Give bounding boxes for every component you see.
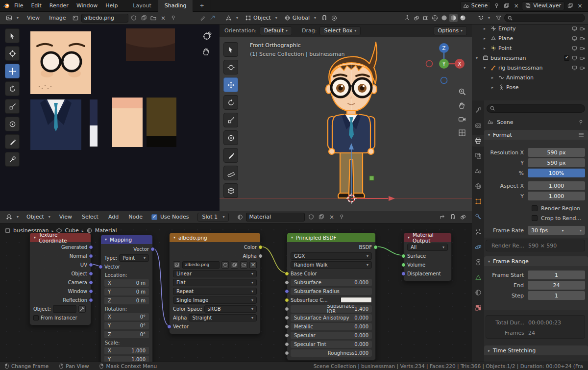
tab-texture[interactable] bbox=[472, 302, 484, 314]
tab-tool[interactable] bbox=[472, 104, 484, 116]
color-space-dropdown[interactable]: sRGB bbox=[204, 305, 257, 313]
mapping-type-row[interactable]: Type:Point bbox=[104, 254, 149, 262]
scale-tool-button[interactable] bbox=[223, 113, 238, 127]
exclude-checkbox[interactable] bbox=[564, 55, 569, 61]
outliner-row-plane[interactable]: Plane bbox=[472, 33, 588, 43]
target-dropdown[interactable]: All bbox=[407, 243, 448, 251]
fake-user-shield-icon[interactable] bbox=[130, 14, 138, 22]
rotation-z-field[interactable]: Z0° bbox=[104, 330, 149, 338]
tab-object-data[interactable] bbox=[472, 271, 484, 283]
tab-constraints[interactable] bbox=[472, 256, 484, 268]
object-picker-row[interactable]: Object: bbox=[33, 305, 87, 313]
projection-dropdown[interactable]: Flat bbox=[173, 278, 257, 286]
open-image-icon[interactable] bbox=[240, 261, 247, 269]
tab-render[interactable] bbox=[472, 120, 484, 131]
transform-orientation-dropdown[interactable]: Global bbox=[282, 14, 319, 23]
output-camera[interactable]: Camera bbox=[33, 278, 87, 286]
color-space-row[interactable]: Color SpacesRGB bbox=[173, 305, 257, 313]
menu-file[interactable]: File bbox=[10, 0, 27, 12]
unlink-image-button[interactable] bbox=[159, 14, 168, 22]
image-menu-view[interactable]: View bbox=[23, 12, 44, 24]
add-cube-tool-button[interactable] bbox=[223, 183, 238, 198]
toggle-grid-icon[interactable] bbox=[457, 127, 467, 138]
mode-dropdown[interactable]: Object bbox=[243, 14, 280, 23]
image-menu-image[interactable]: Image bbox=[45, 12, 70, 24]
tab-world[interactable] bbox=[472, 180, 484, 192]
output-bsdf[interactable]: BSDF bbox=[291, 243, 372, 251]
shader-editor-type-button[interactable] bbox=[3, 213, 22, 222]
slot-dropdown[interactable]: Slot 1 bbox=[197, 213, 229, 222]
eyedropper-icon[interactable] bbox=[78, 305, 86, 313]
gizmo-z-ball[interactable]: Z bbox=[442, 46, 446, 51]
gizmo-neg-x-ball[interactable] bbox=[426, 61, 433, 67]
disclosure-icon[interactable] bbox=[491, 85, 496, 90]
use-nodes-checkbox[interactable] bbox=[151, 214, 157, 220]
zoom-icon[interactable] bbox=[457, 86, 467, 97]
tab-scene[interactable] bbox=[472, 165, 484, 177]
node-header[interactable]: Mapping bbox=[101, 235, 152, 244]
transform-tool-button[interactable] bbox=[5, 117, 20, 131]
input-volume[interactable]: Volume bbox=[407, 261, 448, 269]
unlink-image-button[interactable] bbox=[249, 261, 257, 269]
pin-id-icon[interactable] bbox=[577, 118, 585, 126]
outliner-row-point[interactable]: Point bbox=[472, 43, 588, 53]
camera-icon[interactable] bbox=[580, 26, 585, 31]
screen-icon[interactable] bbox=[572, 46, 577, 51]
gizmo-y-ball[interactable]: Y bbox=[442, 61, 446, 67]
screen-icon[interactable] bbox=[572, 36, 577, 41]
screen-icon[interactable] bbox=[572, 65, 577, 71]
tweak-tool-button[interactable] bbox=[5, 28, 20, 43]
material-fake-user-icon[interactable] bbox=[307, 213, 315, 221]
shader-menu-node[interactable]: Node bbox=[124, 211, 147, 223]
outliner[interactable]: Collection Empty Plane Point businessman bbox=[472, 12, 588, 100]
remove-viewlayer-button[interactable] bbox=[576, 1, 584, 10]
pin-scene-icon[interactable] bbox=[492, 1, 501, 10]
input-vector[interactable]: Vector bbox=[173, 322, 257, 330]
open-image-folder-icon[interactable] bbox=[149, 14, 158, 22]
screen-icon[interactable] bbox=[572, 55, 577, 61]
gizmo-y-handle[interactable] bbox=[369, 176, 374, 180]
node-principled-bsdf[interactable]: Principled BSDF BSDF GGX Random Walk Bas… bbox=[287, 232, 376, 361]
copy-material-icon[interactable] bbox=[317, 213, 325, 221]
distribution-dropdown[interactable]: GGX bbox=[291, 252, 372, 260]
select-box-tool-button[interactable] bbox=[223, 42, 238, 57]
image-editor-canvas[interactable] bbox=[0, 25, 220, 211]
pan-hand-icon[interactable] bbox=[457, 100, 467, 111]
time-stretching-panel-header[interactable]: Time Stretching bbox=[484, 345, 588, 355]
camera-icon[interactable] bbox=[580, 46, 585, 51]
show-gizmo-icon[interactable] bbox=[403, 14, 411, 22]
add-workspace-button[interactable]: + bbox=[193, 0, 211, 12]
frame-range-panel-header[interactable]: Frame Range bbox=[484, 256, 588, 266]
transform-tool-button[interactable] bbox=[223, 130, 238, 145]
input-vector[interactable]: Vector bbox=[104, 263, 149, 271]
input-subsurface-radius[interactable]: Subsurface Radius bbox=[291, 287, 372, 295]
material-datablock-field[interactable]: Material bbox=[246, 213, 305, 222]
navigation-gizmo[interactable]: Z X Y bbox=[425, 40, 469, 87]
render-region-checkbox[interactable] bbox=[532, 205, 538, 211]
node-header[interactable]: albedo.png bbox=[170, 233, 260, 242]
output-generated[interactable]: Generated bbox=[33, 243, 87, 251]
tab-material[interactable] bbox=[472, 287, 484, 298]
disclosure-icon[interactable] bbox=[491, 75, 496, 80]
tab-particles[interactable] bbox=[472, 226, 484, 238]
menu-help[interactable]: Help bbox=[101, 0, 122, 12]
output-alpha[interactable]: Alpha bbox=[173, 252, 257, 260]
output-vector[interactable]: Vector bbox=[104, 245, 149, 253]
camera-icon[interactable] bbox=[580, 36, 585, 41]
alpha-mode-dropdown[interactable]: Straight bbox=[189, 314, 257, 321]
from-instancer-checkbox[interactable] bbox=[33, 315, 39, 321]
resolution-percentage-slider[interactable]: 100% bbox=[528, 169, 585, 177]
outliner-row-rig-businessman[interactable]: rig businessman bbox=[472, 63, 588, 73]
cursor-tool-button[interactable] bbox=[5, 46, 20, 61]
output-object[interactable]: Object bbox=[33, 270, 87, 277]
alpha-mode-row[interactable]: AlphaStraight bbox=[173, 314, 257, 321]
subsurface-color-swatch[interactable] bbox=[341, 297, 372, 303]
node-mapping[interactable]: Mapping Vector Type:Point Vector Locatio… bbox=[100, 234, 153, 362]
browse-material-icon[interactable] bbox=[236, 213, 244, 221]
copy-image-icon[interactable] bbox=[231, 261, 238, 269]
location-z-field[interactable]: Z0 m bbox=[104, 296, 149, 304]
mapping-type-dropdown[interactable]: Point bbox=[119, 254, 149, 262]
scene-selector[interactable]: Scene bbox=[460, 1, 491, 10]
shader-type-dropdown[interactable]: Object bbox=[24, 213, 53, 222]
disclosure-icon[interactable] bbox=[484, 26, 489, 31]
